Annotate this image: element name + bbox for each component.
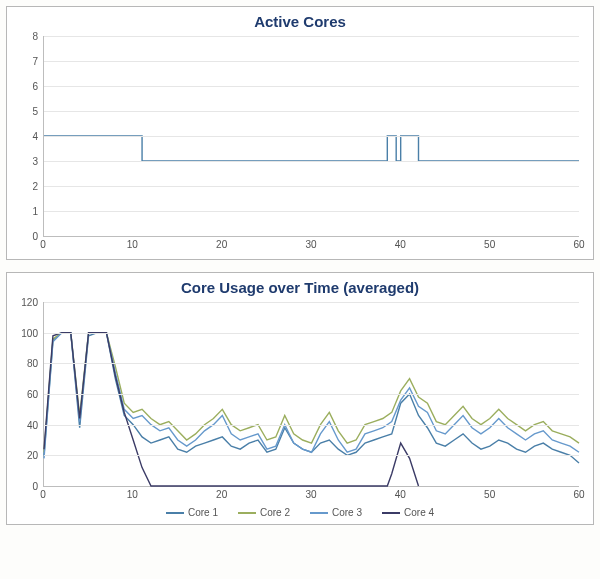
gridline xyxy=(44,136,579,137)
y-tick-label: 6 xyxy=(32,81,44,92)
legend-swatch xyxy=(166,512,184,514)
legend-item: Core 3 xyxy=(310,507,362,518)
x-tick-label: 60 xyxy=(573,489,584,500)
y-tick-label: 100 xyxy=(21,327,44,338)
gridline xyxy=(44,302,579,303)
legend-swatch xyxy=(310,512,328,514)
y-tick-label: 3 xyxy=(32,156,44,167)
y-tick-label: 4 xyxy=(32,131,44,142)
x-tick-label: 60 xyxy=(573,239,584,250)
gridline xyxy=(44,161,579,162)
x-tick-label: 30 xyxy=(305,239,316,250)
chart-title: Core Usage over Time (averaged) xyxy=(15,279,585,296)
x-tick-label: 30 xyxy=(305,489,316,500)
gridline xyxy=(44,363,579,364)
gridline xyxy=(44,36,579,37)
x-tick-label: 50 xyxy=(484,239,495,250)
legend-swatch xyxy=(382,512,400,514)
gridline xyxy=(44,333,579,334)
gridline xyxy=(44,455,579,456)
y-tick-label: 5 xyxy=(32,106,44,117)
x-axis-2: 0102030405060 xyxy=(43,487,579,503)
y-tick-label: 20 xyxy=(27,450,44,461)
x-tick-label: 0 xyxy=(40,489,46,500)
y-tick-label: 120 xyxy=(21,297,44,308)
legend-item: Core 4 xyxy=(382,507,434,518)
y-tick-label: 40 xyxy=(27,419,44,430)
y-tick-label: 1 xyxy=(32,206,44,217)
gridline xyxy=(44,186,579,187)
gridline xyxy=(44,61,579,62)
y-tick-label: 2 xyxy=(32,181,44,192)
legend-item: Core 2 xyxy=(238,507,290,518)
gridline xyxy=(44,394,579,395)
x-tick-label: 10 xyxy=(127,239,138,250)
gridline xyxy=(44,86,579,87)
series-line xyxy=(44,333,419,486)
gridline xyxy=(44,111,579,112)
x-axis-1: 0102030405060 xyxy=(43,237,579,253)
y-tick-label: 7 xyxy=(32,56,44,67)
gridline xyxy=(44,211,579,212)
y-tick-label: 60 xyxy=(27,389,44,400)
legend-item: Core 1 xyxy=(166,507,218,518)
active-cores-chart: Active Cores 012345678 0102030405060 xyxy=(6,6,594,260)
y-tick-label: 8 xyxy=(32,31,44,42)
legend: Core 1Core 2Core 3Core 4 xyxy=(15,507,585,518)
x-tick-label: 10 xyxy=(127,489,138,500)
chart-title: Active Cores xyxy=(15,13,585,30)
x-tick-label: 40 xyxy=(395,239,406,250)
core-usage-chart: Core Usage over Time (averaged) 02040608… xyxy=(6,272,594,525)
x-tick-label: 20 xyxy=(216,239,227,250)
x-tick-label: 20 xyxy=(216,489,227,500)
legend-swatch xyxy=(238,512,256,514)
x-tick-label: 0 xyxy=(40,239,46,250)
plot-area-1: 012345678 xyxy=(43,36,579,237)
plot-area-2: 020406080100120 xyxy=(43,302,579,487)
series-line xyxy=(44,136,579,161)
series-line xyxy=(44,333,579,453)
x-tick-label: 50 xyxy=(484,489,495,500)
gridline xyxy=(44,425,579,426)
y-tick-label: 80 xyxy=(27,358,44,369)
x-tick-label: 40 xyxy=(395,489,406,500)
